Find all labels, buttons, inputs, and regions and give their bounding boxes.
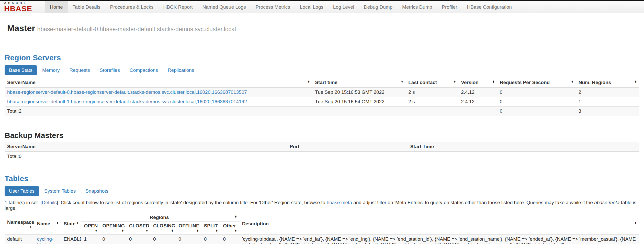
closed-count-cell[interactable]: 0 bbox=[127, 234, 151, 244]
sort-icon[interactable]: ▲▼ bbox=[635, 80, 637, 83]
region-servers-header-row: ServerName▲▼ Start time▲▼ Last contact▲▼… bbox=[5, 78, 639, 87]
region-server-row: hbase-regionserver-default-0.hbase-regio… bbox=[5, 87, 639, 97]
backup-masters-title: Backup Masters bbox=[5, 131, 639, 140]
backup-masters-total-row: Total:0 bbox=[5, 152, 639, 161]
other-count-cell[interactable]: 0 bbox=[220, 234, 239, 244]
server-name-cell: hbase-regionserver-default-0.hbase-regio… bbox=[5, 87, 312, 97]
tab-memory[interactable]: Memory bbox=[38, 65, 64, 75]
tables-title: Tables bbox=[5, 174, 639, 183]
region-servers-section: Region Servers Base Stats Memory Request… bbox=[5, 53, 639, 116]
nav-item-local-logs[interactable]: Local Logs bbox=[295, 1, 328, 13]
sort-icon[interactable]: ▲▼ bbox=[454, 80, 456, 83]
col-name[interactable]: Name▲▼ bbox=[35, 214, 61, 234]
sort-icon[interactable]: ▲▼ bbox=[197, 229, 199, 232]
sort-icon[interactable]: ▲▼ bbox=[216, 229, 218, 232]
nav-item-log-level[interactable]: Log Level bbox=[328, 1, 359, 13]
col-servername[interactable]: ServerName▲▼ bbox=[5, 78, 312, 87]
state-cell: ENABLED bbox=[61, 234, 81, 244]
col-namespace[interactable]: Namespace▲▼ bbox=[5, 214, 35, 234]
nav-items: Home Table Details Procedures & Locks HB… bbox=[45, 1, 517, 13]
nav-item-home[interactable]: Home bbox=[45, 1, 68, 13]
region-servers-total-row: Total:2 0 3 bbox=[5, 107, 639, 116]
hbase-logo[interactable]: APACHE HBASE bbox=[0, 1, 36, 13]
user-table-row: default cycling-tripdata ENABLED 1 0 0 0… bbox=[5, 234, 639, 244]
col-last-contact[interactable]: Last contact▲▼ bbox=[406, 78, 458, 87]
nav-item-procedures-locks[interactable]: Procedures & Locks bbox=[105, 1, 158, 13]
nav-item-table-details[interactable]: Table Details bbox=[68, 1, 105, 13]
col-state[interactable]: State▲▼ bbox=[61, 214, 81, 234]
tab-user-tables[interactable]: User Tables bbox=[5, 186, 39, 196]
nav-item-hbase-configuration[interactable]: HBase Configuration bbox=[462, 1, 516, 13]
sort-icon[interactable]: ▲▼ bbox=[308, 80, 310, 83]
nav-item-hbck-report[interactable]: HBCK Report bbox=[159, 1, 198, 13]
col-version[interactable]: Version▲▼ bbox=[458, 78, 497, 87]
sort-icon[interactable]: ▲▼ bbox=[571, 80, 573, 83]
col-description[interactable]: Description▲▼ bbox=[240, 214, 639, 234]
col-split[interactable]: SPLIT▲▼ bbox=[201, 222, 220, 234]
tables-tabs: User Tables System Tables Snapshots bbox=[5, 186, 639, 196]
sort-icon[interactable]: ▲▼ bbox=[401, 80, 403, 83]
last-contact-cell: 2 s bbox=[406, 97, 458, 107]
tab-storefiles[interactable]: Storefiles bbox=[95, 65, 124, 75]
namespace-cell: default bbox=[5, 234, 35, 244]
sort-icon[interactable]: ▲▼ bbox=[122, 229, 124, 232]
total-label: Total:2 bbox=[5, 107, 312, 116]
col-backup-port: Port bbox=[287, 142, 408, 152]
sort-icon[interactable]: ▲▼ bbox=[95, 229, 97, 232]
tab-requests[interactable]: Requests bbox=[65, 65, 94, 75]
version-cell: 2.4.12 bbox=[458, 87, 497, 97]
hbase-meta-link[interactable]: hbase:meta bbox=[327, 200, 352, 205]
region-servers-title: Region Servers bbox=[5, 53, 639, 62]
details-link[interactable]: Details bbox=[42, 200, 57, 205]
nav-item-process-metrics[interactable]: Process Metrics bbox=[251, 1, 295, 13]
col-other[interactable]: Other▲▼ bbox=[220, 222, 239, 234]
tab-compactions[interactable]: Compactions bbox=[125, 65, 162, 75]
col-closing[interactable]: CLOSING▲▼ bbox=[151, 222, 176, 234]
sort-icon[interactable]: ▲▼ bbox=[146, 229, 148, 232]
nav-item-profiler[interactable]: Profiler bbox=[437, 1, 462, 13]
sort-icon[interactable]: ▲▼ bbox=[30, 225, 32, 228]
page-title: Master bbox=[7, 23, 35, 33]
sort-icon[interactable]: ▲▼ bbox=[171, 229, 173, 232]
open-count-link[interactable]: 1 bbox=[84, 236, 87, 242]
sort-icon[interactable]: ▲▼ bbox=[77, 221, 79, 224]
split-count-cell[interactable]: 0 bbox=[201, 234, 220, 244]
col-regions-group[interactable]: Regions▲▼ bbox=[81, 214, 239, 222]
col-offline[interactable]: OFFLINE▲▼ bbox=[176, 222, 201, 234]
sort-icon[interactable]: ▲▼ bbox=[635, 221, 637, 224]
tab-snapshots[interactable]: Snapshots bbox=[81, 186, 113, 196]
user-tables-table: Namespace▲▼ Name▲▼ State▲▼ Regions▲▼ Des… bbox=[5, 214, 639, 244]
logo-hbase-text: HBASE bbox=[4, 5, 32, 12]
col-open[interactable]: OPEN▲▼ bbox=[81, 222, 100, 234]
tab-system-tables[interactable]: System Tables bbox=[40, 186, 80, 196]
sort-icon[interactable]: ▲▼ bbox=[56, 221, 59, 224]
total-rps: 0 bbox=[497, 107, 576, 116]
offline-count-cell[interactable]: 0 bbox=[176, 234, 201, 244]
nav-item-debug-dump[interactable]: Debug Dump bbox=[359, 1, 397, 13]
col-requests-per-second[interactable]: Requests Per Second▲▼ bbox=[497, 78, 576, 87]
tab-replications[interactable]: Replications bbox=[163, 65, 199, 75]
region-server-link[interactable]: hbase-regionserver-default-1.hbase-regio… bbox=[7, 99, 247, 104]
tab-base-stats[interactable]: Base Stats bbox=[5, 65, 37, 75]
version-cell: 2.4.12 bbox=[458, 97, 497, 107]
region-server-link[interactable]: hbase-regionserver-default-0.hbase-regio… bbox=[7, 89, 247, 95]
closing-count-cell[interactable]: 0 bbox=[151, 234, 176, 244]
col-num-regions[interactable]: Num. Regions▲▼ bbox=[576, 78, 639, 87]
sort-icon[interactable]: ▲▼ bbox=[235, 229, 237, 232]
backup-masters-table: ServerName Port Start Time Total:0 bbox=[5, 142, 639, 161]
opening-count-cell[interactable]: 0 bbox=[100, 234, 126, 244]
nav-item-metrics-dump[interactable]: Metrics Dump bbox=[397, 1, 437, 13]
table-name-link[interactable]: cycling-tripdata bbox=[37, 236, 53, 244]
tables-section: Tables User Tables System Tables Snapsho… bbox=[5, 174, 639, 244]
start-time-cell: Tue Sep 20 15:16:53 GMT 2022 bbox=[312, 87, 406, 97]
sort-icon[interactable]: ▲▼ bbox=[492, 80, 495, 83]
backup-masters-section: Backup Masters ServerName Port Start Tim… bbox=[5, 131, 639, 161]
col-opening[interactable]: OPENING▲▼ bbox=[100, 222, 126, 234]
nav-item-named-queue-logs[interactable]: Named Queue Logs bbox=[198, 1, 251, 13]
num-regions-cell: 1 bbox=[576, 97, 639, 107]
rps-cell: 0 bbox=[497, 87, 576, 97]
region-servers-tabs: Base Stats Memory Requests Storefiles Co… bbox=[5, 65, 639, 75]
col-start-time[interactable]: Start time▲▼ bbox=[312, 78, 406, 87]
col-closed[interactable]: CLOSED▲▼ bbox=[127, 222, 151, 234]
sort-icon[interactable]: ▲▼ bbox=[235, 215, 237, 218]
